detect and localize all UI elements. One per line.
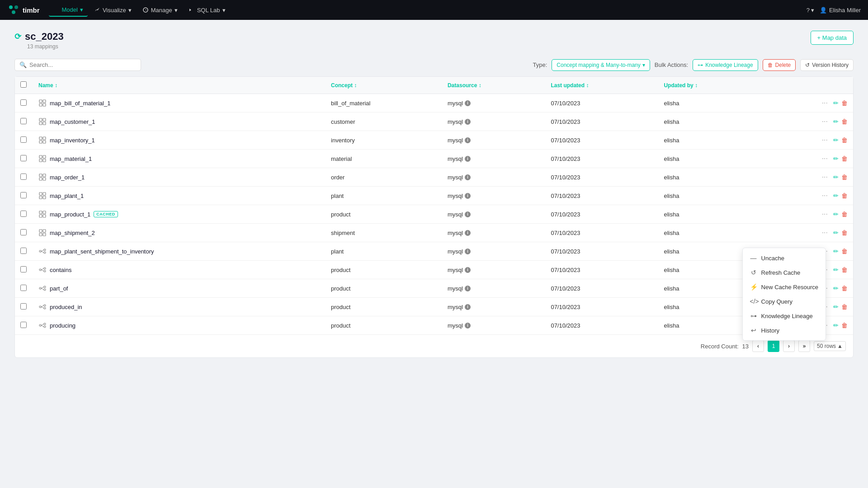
row-checkbox-cell[interactable] bbox=[15, 150, 33, 168]
last-updated-header[interactable]: Last updated ↕ bbox=[545, 77, 658, 94]
nav-model[interactable]: Model ▾ bbox=[49, 4, 88, 17]
row-select-checkbox[interactable] bbox=[20, 266, 27, 272]
updated-by-header[interactable]: Updated by ↕ bbox=[658, 77, 761, 94]
nav-visualize[interactable]: Visualize ▾ bbox=[90, 4, 136, 16]
next-page-button[interactable]: › bbox=[783, 340, 795, 352]
select-all-header[interactable] bbox=[15, 77, 33, 94]
row-delete-button[interactable]: 🗑 bbox=[841, 136, 848, 144]
row-checkbox-cell[interactable] bbox=[15, 242, 33, 261]
row-delete-button[interactable]: 🗑 bbox=[841, 229, 848, 236]
row-checkbox-cell[interactable] bbox=[15, 168, 33, 187]
row-edit-button[interactable]: ✏ bbox=[833, 211, 839, 218]
row-delete-button[interactable]: 🗑 bbox=[841, 266, 848, 273]
row-select-checkbox[interactable] bbox=[20, 285, 27, 291]
row-delete-button[interactable]: 🗑 bbox=[841, 211, 848, 218]
row-delete-button[interactable]: 🗑 bbox=[841, 303, 848, 310]
info-icon[interactable]: i bbox=[465, 323, 471, 328]
row-select-checkbox[interactable] bbox=[20, 118, 27, 124]
row-checkbox-cell[interactable] bbox=[15, 205, 33, 224]
info-icon[interactable]: i bbox=[465, 267, 471, 273]
row-edit-button[interactable]: ✏ bbox=[833, 285, 839, 292]
row-select-checkbox[interactable] bbox=[20, 322, 27, 328]
row-delete-button[interactable]: 🗑 bbox=[841, 248, 848, 255]
row-edit-button[interactable]: ✏ bbox=[833, 229, 839, 236]
info-icon[interactable]: i bbox=[465, 100, 471, 106]
info-icon[interactable]: i bbox=[465, 174, 471, 180]
row-checkbox-cell[interactable] bbox=[15, 298, 33, 316]
row-edit-button[interactable]: ✏ bbox=[833, 99, 839, 107]
row-select-checkbox[interactable] bbox=[20, 136, 27, 143]
row-more-button[interactable]: ··· bbox=[819, 135, 830, 145]
row-more-button[interactable]: ··· bbox=[819, 154, 830, 164]
row-edit-button[interactable]: ✏ bbox=[833, 155, 839, 162]
row-select-checkbox[interactable] bbox=[20, 248, 27, 254]
row-select-checkbox[interactable] bbox=[20, 303, 27, 310]
row-checkbox-cell[interactable] bbox=[15, 94, 33, 113]
row-edit-button[interactable]: ✏ bbox=[833, 248, 839, 255]
row-more-button[interactable]: ··· bbox=[819, 191, 830, 201]
datasource-header[interactable]: Datasource ↕ bbox=[442, 77, 545, 94]
rows-per-page-select[interactable]: 50 rows ▲ bbox=[814, 341, 846, 351]
row-delete-button[interactable]: 🗑 bbox=[841, 118, 848, 125]
app-logo[interactable]: timbr bbox=[7, 4, 40, 16]
row-edit-button[interactable]: ✏ bbox=[833, 192, 839, 199]
help-button[interactable]: ? ▾ bbox=[807, 7, 814, 14]
row-more-button[interactable]: ··· bbox=[819, 117, 830, 127]
row-select-checkbox[interactable] bbox=[20, 229, 27, 235]
row-checkbox-cell[interactable] bbox=[15, 261, 33, 279]
row-select-checkbox[interactable] bbox=[20, 211, 27, 217]
last-page-button[interactable]: » bbox=[798, 340, 810, 352]
info-icon[interactable]: i bbox=[465, 156, 471, 162]
context-uncache[interactable]: — Uncache bbox=[743, 251, 826, 265]
row-checkbox-cell[interactable] bbox=[15, 316, 33, 335]
row-checkbox-cell[interactable] bbox=[15, 224, 33, 242]
bulk-knowledge-lineage-button[interactable]: ⊶ Knowledge Lineage bbox=[693, 59, 758, 71]
row-more-button[interactable]: ··· bbox=[819, 172, 830, 182]
context-refresh-cache[interactable]: ↺ Refresh Cache bbox=[743, 265, 826, 280]
row-checkbox-cell[interactable] bbox=[15, 113, 33, 131]
row-select-checkbox[interactable] bbox=[20, 155, 27, 161]
concept-header[interactable]: Concept ↕ bbox=[326, 77, 442, 94]
bulk-version-history-button[interactable]: ↺ Version History bbox=[800, 59, 854, 71]
info-icon[interactable]: i bbox=[465, 193, 471, 199]
row-select-checkbox[interactable] bbox=[20, 174, 27, 180]
row-delete-button[interactable]: 🗑 bbox=[841, 99, 848, 107]
row-delete-button[interactable]: 🗑 bbox=[841, 322, 848, 329]
row-more-button[interactable]: ··· bbox=[819, 98, 830, 108]
search-box[interactable]: 🔍 bbox=[14, 59, 141, 71]
type-dropdown[interactable]: Concept mapping & Many-to-many ▾ bbox=[552, 59, 650, 71]
row-edit-button[interactable]: ✏ bbox=[833, 303, 839, 310]
info-icon[interactable]: i bbox=[465, 304, 471, 310]
name-header[interactable]: Name ↕ bbox=[33, 77, 326, 94]
info-icon[interactable]: i bbox=[465, 230, 471, 236]
info-icon[interactable]: i bbox=[465, 119, 471, 125]
row-checkbox-cell[interactable] bbox=[15, 279, 33, 298]
page-1-button[interactable]: 1 bbox=[768, 340, 779, 352]
row-edit-button[interactable]: ✏ bbox=[833, 174, 839, 181]
row-checkbox-cell[interactable] bbox=[15, 187, 33, 205]
select-all-checkbox[interactable] bbox=[20, 81, 27, 88]
context-history[interactable]: ↩ History bbox=[743, 323, 826, 338]
context-new-cache-resource[interactable]: ⚡ New Cache Resource bbox=[743, 280, 826, 294]
row-edit-button[interactable]: ✏ bbox=[833, 136, 839, 144]
info-icon[interactable]: i bbox=[465, 211, 471, 217]
row-delete-button[interactable]: 🗑 bbox=[841, 155, 848, 162]
context-copy-query[interactable]: </> Copy Query bbox=[743, 294, 826, 309]
row-select-checkbox[interactable] bbox=[20, 192, 27, 198]
context-knowledge-lineage[interactable]: ⊶ Knowledge Lineage bbox=[743, 309, 826, 323]
row-edit-button[interactable]: ✏ bbox=[833, 118, 839, 125]
nav-manage[interactable]: Manage ▾ bbox=[138, 4, 182, 16]
row-edit-button[interactable]: ✏ bbox=[833, 322, 839, 329]
row-delete-button[interactable]: 🗑 bbox=[841, 174, 848, 181]
bulk-delete-button[interactable]: 🗑 Delete bbox=[763, 59, 796, 71]
row-delete-button[interactable]: 🗑 bbox=[841, 192, 848, 199]
prev-page-button[interactable]: ‹ bbox=[752, 340, 764, 352]
map-data-button[interactable]: + Map data bbox=[811, 31, 854, 45]
nav-sql-lab[interactable]: SQL Lab ▾ bbox=[184, 4, 230, 16]
info-icon[interactable]: i bbox=[465, 249, 471, 254]
user-menu[interactable]: 👤 Elisha Miller bbox=[820, 7, 861, 14]
row-more-button[interactable]: ··· bbox=[819, 228, 830, 238]
row-delete-button[interactable]: 🗑 bbox=[841, 285, 848, 292]
info-icon[interactable]: i bbox=[465, 286, 471, 291]
row-edit-button[interactable]: ✏ bbox=[833, 266, 839, 273]
